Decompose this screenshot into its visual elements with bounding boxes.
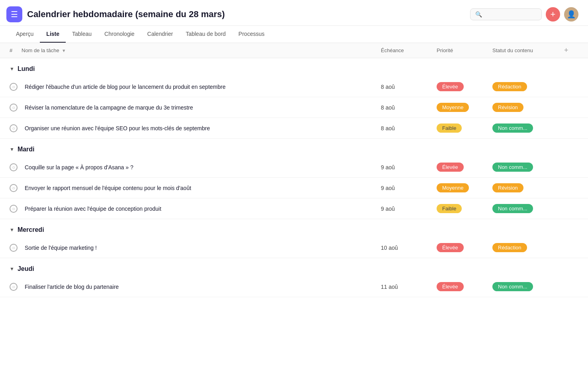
priority-badge: Élevée [437,243,464,252]
section-chevron-mardi[interactable]: ▼ [10,147,14,152]
menu-icon: ☰ [11,10,18,19]
task-checkbox[interactable]: ○ [10,283,18,291]
task-checkbox[interactable]: ○ [10,205,18,213]
task-status: Révision [492,103,564,112]
tab-tableau[interactable]: Tableau [66,26,98,43]
status-badge: Rédaction [492,243,527,252]
task-name: Coquille sur la page « À propos d'Asana … [22,164,381,171]
status-badge: Non comm... [492,204,533,213]
status-badge: Révision [492,103,523,112]
task-priority: Élevée [437,243,492,252]
task-row[interactable]: ○ Organiser une réunion avec l'équipe SE… [0,118,588,139]
nav-tabs: Aperçu Liste Tableau Chronologie Calendr… [0,26,588,43]
task-priority: Élevée [437,282,492,291]
task-status: Révision [492,183,564,192]
task-row[interactable]: ○ Rédiger l'ébauche d'un article de blog… [0,76,588,97]
status-badge: Non comm... [492,123,533,133]
section-chevron-mercredi[interactable]: ▼ [10,227,14,233]
task-row[interactable]: ○ Réviser la nomenclature de la campagne… [0,97,588,118]
task-due-date: 8 aoû [381,125,437,131]
task-status: Non comm... [492,163,564,172]
task-status: Rédaction [492,243,564,252]
task-checkbox[interactable]: ○ [10,124,18,132]
table-header: # Nom de la tâche ▼ Échéance Priorité St… [0,43,588,58]
tab-processus[interactable]: Processus [232,26,271,43]
tab-tableau-de-bord[interactable]: Tableau de bord [179,26,232,43]
task-due-date: 8 aoû [381,84,437,90]
task-name: Sortie de l'équipe marketing ! [22,245,381,251]
add-column-button[interactable]: + [564,46,578,55]
search-icon: 🔍 [475,11,482,18]
tab-calendrier[interactable]: Calendrier [141,26,180,43]
section-chevron-lundi[interactable]: ▼ [10,66,14,72]
task-row[interactable]: ○ Coquille sur la page « À propos d'Asan… [0,157,588,178]
task-name: Préparer la réunion avec l'équipe de con… [22,206,381,212]
task-priority: Faible [437,204,492,213]
task-checkbox[interactable]: ○ [10,104,18,112]
task-due-date: 9 aoû [381,185,437,191]
section-header-mercredi: ▼ Mercredi [0,219,588,237]
status-badge: Non comm... [492,282,533,291]
search-bar[interactable]: 🔍 [470,8,542,20]
task-due-date: 8 aoû [381,104,437,111]
task-row[interactable]: ○ Envoyer le rapport mensuel de l'équipe… [0,178,588,198]
task-name: Envoyer le rapport mensuel de l'équipe c… [22,185,381,191]
section-label-jeudi: Jeudi [18,265,34,272]
sort-icon[interactable]: ▼ [62,48,66,53]
header: ☰ Calendrier hebdomadaire (semaine du 28… [0,0,588,26]
section-header-mardi: ▼ Mardi [0,139,588,157]
task-row[interactable]: ○ Finaliser l'article de blog du partena… [0,276,588,297]
task-row[interactable]: ○ Préparer la réunion avec l'équipe de c… [0,198,588,219]
app-icon[interactable]: ☰ [6,6,22,22]
avatar[interactable]: 👤 [564,7,578,22]
task-status: Non comm... [492,282,564,291]
section-label-mardi: Mardi [18,146,35,153]
task-priority: Moyenne [437,183,492,192]
priority-badge: Faible [437,123,462,133]
task-row[interactable]: ○ Sortie de l'équipe marketing ! 10 aoû … [0,237,588,258]
sections-container: ▼ Lundi ○ Rédiger l'ébauche d'un article… [0,58,588,297]
task-checkbox[interactable]: ○ [10,163,18,171]
page-title: Calendrier hebdomadaire (semaine du 28 m… [27,9,465,20]
priority-badge: Élevée [437,82,464,91]
task-name: Rédiger l'ébauche d'un article de blog p… [22,84,381,90]
section-label-mercredi: Mercredi [18,226,44,233]
col-priority: Priorité [437,47,492,53]
status-badge: Non comm... [492,163,533,172]
task-status: Rédaction [492,82,564,91]
status-badge: Rédaction [492,82,527,91]
tab-liste[interactable]: Liste [40,26,66,43]
task-status: Non comm... [492,123,564,133]
section-header-lundi: ▼ Lundi [0,58,588,76]
task-priority: Élevée [437,163,492,172]
status-badge: Révision [492,183,523,192]
col-num: # [10,47,22,53]
task-due-date: 9 aoû [381,206,437,212]
priority-badge: Élevée [437,163,464,172]
task-priority: Moyenne [437,103,492,112]
tab-chronologie[interactable]: Chronologie [98,26,141,43]
tab-apercu[interactable]: Aperçu [10,26,40,43]
add-button[interactable]: + [546,7,560,22]
task-priority: Élevée [437,82,492,91]
col-status: Statut du contenu [492,47,564,53]
col-task: Nom de la tâche ▼ [22,47,381,53]
task-checkbox[interactable]: ○ [10,184,18,192]
task-name: Finaliser l'article de blog du partenair… [22,284,381,290]
task-due-date: 11 aoû [381,284,437,290]
task-name: Organiser une réunion avec l'équipe SEO … [22,125,381,131]
task-priority: Faible [437,123,492,133]
header-right: 🔍 + 👤 [470,7,578,22]
task-checkbox[interactable]: ○ [10,244,18,252]
priority-badge: Élevée [437,282,464,291]
col-due: Échéance [381,47,437,53]
task-name: Réviser la nomenclature de la campagne d… [22,104,381,111]
section-label-lundi: Lundi [18,65,35,73]
task-checkbox[interactable]: ○ [10,83,18,91]
priority-badge: Moyenne [437,103,469,112]
section-chevron-jeudi[interactable]: ▼ [10,266,14,272]
task-due-date: 9 aoû [381,164,437,171]
section-header-jeudi: ▼ Jeudi [0,258,588,276]
priority-badge: Faible [437,204,462,213]
priority-badge: Moyenne [437,183,469,192]
